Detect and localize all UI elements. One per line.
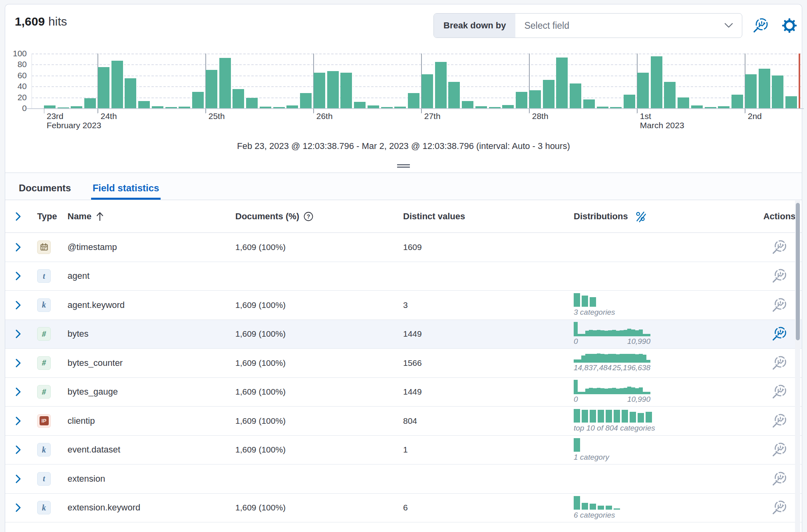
header-distributions: Distributions — [574, 211, 628, 222]
gear-icon[interactable] — [780, 16, 799, 35]
expand-row-button[interactable] — [15, 386, 24, 398]
field-stats-action-icon[interactable] — [771, 470, 788, 488]
distributions-visibility-icon[interactable] — [634, 210, 646, 222]
breakdown-control: Break down by Select field — [433, 13, 742, 38]
expand-row-button[interactable] — [15, 502, 24, 514]
expand-row-button[interactable] — [15, 415, 24, 427]
field-name: @timestamp — [68, 242, 235, 252]
field-stats-action-icon[interactable] — [771, 325, 788, 343]
histogram-bar — [529, 90, 542, 108]
histogram-bar — [138, 101, 151, 108]
expand-row-button[interactable] — [15, 241, 24, 253]
field-stats-action-icon[interactable] — [771, 499, 788, 516]
x-axis-tick-label: 1st — [640, 111, 651, 121]
expand-row-button[interactable] — [15, 357, 24, 369]
field-name: bytes_counter — [68, 358, 235, 368]
table-row: kextension.keyword1,609 (100%)66 categor… — [5, 494, 802, 523]
table-row: @timestamp1,609 (100%)1609 — [5, 233, 802, 262]
expand-row-button[interactable] — [15, 328, 24, 340]
x-axis-tick — [205, 108, 206, 113]
keyword-field-icon: k — [37, 501, 51, 514]
documents-percent: 1,609 (100%) — [235, 358, 403, 368]
histogram-bar — [246, 98, 258, 108]
documents-percent: 1,609 (100%) — [235, 503, 403, 512]
histogram-bar — [354, 102, 366, 108]
expand-row-button[interactable] — [15, 444, 24, 456]
field-name: agent.keyword — [68, 300, 235, 310]
histogram-bar — [219, 58, 232, 108]
documents-percent: 1,609 (100%) — [235, 300, 403, 310]
table-scrollbar — [795, 200, 800, 532]
histogram-bar — [192, 92, 205, 108]
documents-percent: 1,609 (100%) — [235, 445, 403, 455]
breakdown-select[interactable]: Select field — [515, 14, 742, 38]
field-name: event.dataset — [68, 445, 235, 455]
number-field-icon: # — [37, 385, 51, 399]
documents-percent: 1,609 (100%) — [235, 416, 403, 426]
histogram-bar — [125, 78, 137, 108]
expand-row-button[interactable] — [15, 299, 24, 311]
y-axis-tick-label: 100 — [5, 49, 27, 58]
field-stats-action-icon[interactable] — [771, 296, 788, 314]
field-name: bytes — [68, 329, 235, 339]
help-icon[interactable]: ? — [303, 211, 314, 222]
chevron-down-icon — [724, 23, 733, 28]
hits-count: 1,609 — [15, 15, 45, 28]
field-name: clientip — [68, 416, 235, 426]
field-stats-action-icon[interactable] — [771, 267, 788, 285]
table-row: textension — [5, 465, 802, 494]
distribution-label: 3 categories — [574, 308, 769, 317]
distribution-min: 0 — [574, 395, 578, 404]
breakdown-placeholder: Select field — [524, 20, 569, 31]
distinct-values: 1 — [403, 445, 569, 455]
histogram-bar — [583, 99, 596, 108]
tab-field-statistics[interactable]: Field statistics — [91, 183, 161, 200]
field-stats-action-icon[interactable] — [771, 412, 788, 430]
header-documents: Documents (%) — [235, 211, 299, 222]
current-time-marker — [799, 54, 800, 108]
histogram-sparkline — [574, 353, 769, 363]
histogram-bar — [502, 105, 515, 108]
histogram-bar — [543, 80, 555, 108]
resize-handle[interactable] — [397, 164, 410, 168]
field-name: extension.keyword — [68, 502, 235, 513]
scrollbar-thumb[interactable] — [796, 203, 800, 340]
field-stats-action-icon[interactable] — [771, 238, 788, 256]
histogram-bar — [286, 105, 299, 108]
chart-options-stats-icon[interactable] — [751, 16, 770, 35]
histogram-bar — [637, 73, 650, 108]
histogram-bar — [570, 83, 582, 108]
header-name[interactable]: Name — [68, 211, 91, 222]
histogram-bar — [111, 61, 124, 108]
ip-field-icon: IP — [37, 414, 51, 428]
expand-row-button[interactable] — [15, 270, 24, 282]
documents-percent: 1,609 (100%) — [235, 242, 403, 252]
documents-percent: 1,609 (100%) — [235, 387, 403, 397]
field-stats-action-icon[interactable] — [771, 354, 788, 372]
expand-all-button[interactable] — [15, 210, 24, 222]
sort-ascending-icon[interactable] — [95, 211, 104, 222]
x-axis-tick — [97, 108, 98, 113]
field-stats-action-icon[interactable] — [771, 441, 788, 459]
time-range-caption: Feb 23, 2023 @ 12:03:38.796 - Mar 2, 202… — [5, 141, 802, 151]
keyword-field-icon: k — [37, 298, 51, 312]
chart-toolbar — [751, 16, 799, 35]
text-field-icon: t — [37, 269, 51, 283]
histogram-bar — [206, 70, 218, 108]
x-axis-tick — [44, 108, 44, 113]
field-stats-action-icon[interactable] — [771, 383, 788, 401]
field-name: agent — [68, 271, 235, 281]
distribution-cell: 1 category — [569, 438, 769, 462]
x-axis-line — [27, 108, 804, 109]
histogram-bar — [421, 74, 434, 108]
tab-documents[interactable]: Documents — [17, 183, 73, 200]
y-axis-tick-label: 20 — [5, 93, 27, 102]
keyword-field-icon: k — [37, 443, 51, 457]
distinct-values: 1449 — [403, 387, 569, 397]
distinct-values: 804 — [403, 416, 569, 426]
x-axis-tick-label: 25th — [209, 111, 225, 121]
discover-main-panel: 1,609 hits Break down by Select field 02… — [5, 4, 802, 532]
distribution-max: 25,196,638 — [612, 363, 650, 372]
expand-row-button[interactable] — [15, 473, 24, 485]
histogram-bar — [368, 105, 380, 108]
